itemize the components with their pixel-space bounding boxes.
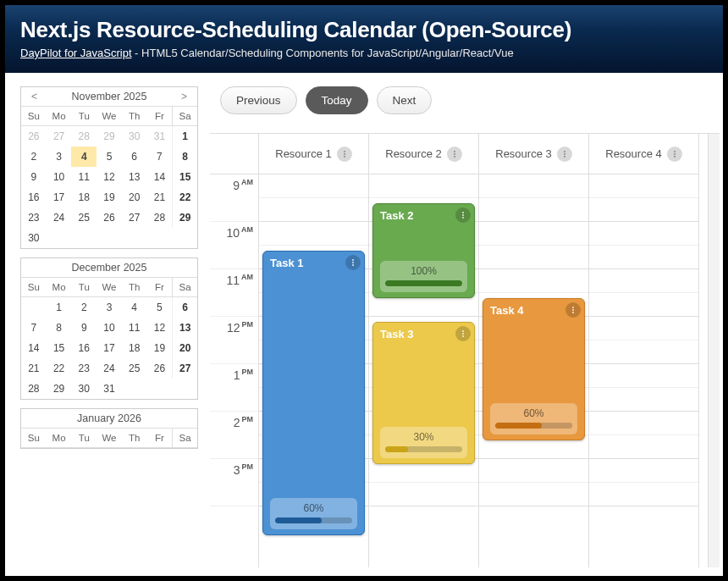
calendar-day[interactable]: 10 — [47, 167, 72, 187]
schedule-cell[interactable] — [479, 222, 588, 246]
calendar-day[interactable]: 31 — [147, 126, 173, 147]
prev-month-icon[interactable]: < — [26, 91, 42, 102]
calendar-day[interactable]: 1 — [47, 297, 72, 318]
event-menu-icon[interactable] — [455, 326, 471, 341]
schedule-cell[interactable] — [589, 269, 698, 293]
schedule-cell[interactable] — [589, 174, 698, 198]
calendar-day[interactable]: 27 — [172, 358, 197, 379]
next-button[interactable]: Next — [377, 86, 433, 114]
calendar-day[interactable]: 12 — [97, 167, 122, 187]
schedule-cell[interactable] — [369, 483, 478, 506]
calendar-day[interactable]: 3 — [97, 297, 122, 318]
calendar-day[interactable]: 27 — [122, 208, 147, 228]
scrollbar[interactable] — [708, 134, 720, 567]
calendar-day[interactable]: 21 — [147, 187, 173, 208]
calendar-day[interactable]: 5 — [147, 297, 173, 318]
calendar-day[interactable]: 17 — [47, 187, 72, 208]
calendar-day[interactable]: 26 — [21, 126, 47, 147]
calendar-day[interactable]: 8 — [172, 147, 197, 167]
calendar-day[interactable]: 12 — [147, 318, 173, 338]
calendar-day[interactable]: 18 — [71, 187, 97, 208]
schedule-cell[interactable] — [589, 459, 698, 483]
calendar-day[interactable]: 3 — [47, 147, 72, 167]
calendar-day[interactable]: 6 — [172, 297, 197, 318]
calendar-day[interactable]: 13 — [122, 167, 147, 187]
calendar-day[interactable]: 25 — [122, 358, 147, 379]
schedule-cell[interactable] — [589, 340, 698, 364]
calendar-day[interactable]: 8 — [47, 318, 72, 338]
calendar-day[interactable]: 9 — [21, 167, 47, 187]
schedule-cell[interactable] — [479, 459, 588, 483]
calendar-day[interactable]: 26 — [147, 358, 173, 379]
calendar-day[interactable]: 26 — [97, 208, 122, 228]
calendar-day[interactable]: 10 — [97, 318, 122, 338]
schedule-cell[interactable] — [369, 174, 478, 198]
calendar-day[interactable]: 4 — [71, 147, 97, 167]
schedule-cell[interactable] — [589, 364, 698, 388]
calendar-day[interactable]: 17 — [97, 338, 122, 358]
calendar-day[interactable]: 21 — [21, 358, 47, 379]
event-menu-icon[interactable] — [455, 208, 471, 223]
calendar-day[interactable]: 13 — [172, 318, 197, 338]
schedule-cell[interactable] — [479, 483, 588, 506]
calendar-day[interactable]: 28 — [21, 379, 47, 399]
today-button[interactable]: Today — [306, 86, 368, 114]
calendar-day[interactable]: 24 — [47, 208, 72, 228]
calendar-day[interactable]: 7 — [147, 147, 173, 167]
calendar-day[interactable]: 14 — [147, 167, 173, 187]
calendar-day[interactable]: 28 — [147, 208, 173, 228]
event[interactable]: Task 2100% — [372, 203, 475, 298]
calendar-day[interactable]: 1 — [172, 126, 197, 147]
daypilot-link[interactable]: DayPilot for JavaScript — [20, 47, 132, 59]
calendar-day[interactable]: 30 — [122, 126, 147, 147]
calendar-day[interactable]: 16 — [71, 338, 97, 358]
calendar-day[interactable]: 2 — [21, 147, 47, 167]
calendar-day[interactable]: 6 — [122, 147, 147, 167]
next-month-icon[interactable]: > — [176, 91, 192, 102]
calendar-day[interactable]: 23 — [21, 208, 47, 228]
calendar-day[interactable]: 29 — [172, 208, 197, 228]
calendar-day[interactable]: 2 — [71, 297, 97, 318]
calendar-day[interactable]: 7 — [21, 318, 47, 338]
schedule-cell[interactable] — [259, 198, 368, 222]
schedule-cell[interactable] — [259, 222, 368, 246]
calendar-day[interactable]: 23 — [71, 358, 97, 379]
schedule-cell[interactable] — [589, 198, 698, 222]
calendar-day[interactable]: 31 — [97, 379, 122, 399]
schedule-cell[interactable] — [589, 246, 698, 269]
calendar-day[interactable]: 18 — [122, 338, 147, 358]
schedule-cell[interactable] — [589, 412, 698, 435]
event[interactable]: Task 160% — [262, 251, 365, 535]
event[interactable]: Task 460% — [483, 298, 585, 440]
calendar-day[interactable]: 11 — [71, 167, 97, 187]
resource-menu-icon[interactable] — [337, 147, 352, 162]
calendar-day[interactable]: 30 — [21, 228, 47, 248]
calendar-day[interactable]: 16 — [21, 187, 47, 208]
schedule-cell[interactable] — [589, 293, 698, 317]
resource-menu-icon[interactable] — [667, 147, 682, 162]
previous-button[interactable]: Previous — [220, 86, 297, 114]
schedule-cell[interactable] — [479, 246, 588, 269]
calendar-day[interactable]: 24 — [97, 358, 122, 379]
event-menu-icon[interactable] — [345, 255, 361, 270]
calendar-day[interactable]: 15 — [172, 167, 197, 187]
calendar-day[interactable]: 14 — [21, 338, 47, 358]
schedule-cell[interactable] — [479, 269, 588, 293]
resource-menu-icon[interactable] — [447, 147, 462, 162]
schedule-cell[interactable] — [589, 483, 698, 506]
calendar-day[interactable]: 19 — [97, 187, 122, 208]
calendar-day[interactable]: 30 — [71, 379, 97, 399]
schedule-cell[interactable] — [589, 388, 698, 412]
calendar-day[interactable]: 29 — [47, 379, 72, 399]
schedule-cell[interactable] — [259, 174, 368, 198]
calendar-day[interactable]: 5 — [97, 147, 122, 167]
calendar-day[interactable]: 19 — [147, 338, 173, 358]
calendar-day[interactable]: 22 — [172, 187, 197, 208]
calendar-day[interactable]: 22 — [47, 358, 72, 379]
schedule-cell[interactable] — [479, 174, 588, 198]
resource-menu-icon[interactable] — [557, 147, 572, 162]
schedule-cell[interactable] — [589, 317, 698, 340]
calendar-day[interactable]: 29 — [97, 126, 122, 147]
calendar-day[interactable]: 28 — [71, 126, 97, 147]
calendar-day[interactable]: 27 — [47, 126, 72, 147]
